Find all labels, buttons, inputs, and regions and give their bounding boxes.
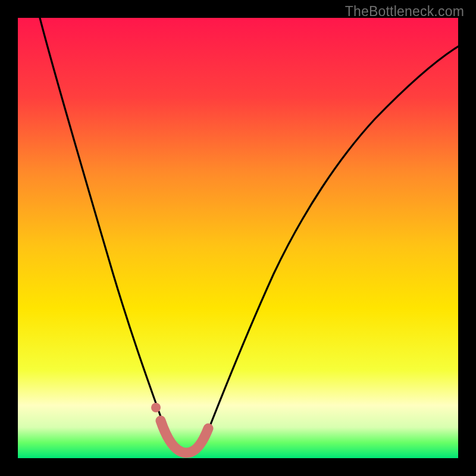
highlight-dot: [151, 403, 161, 412]
chart-frame: [18, 18, 458, 458]
bottleneck-chart: [18, 18, 458, 458]
gradient-background: [18, 18, 458, 458]
watermark-text: TheBottleneck.com: [345, 4, 464, 20]
